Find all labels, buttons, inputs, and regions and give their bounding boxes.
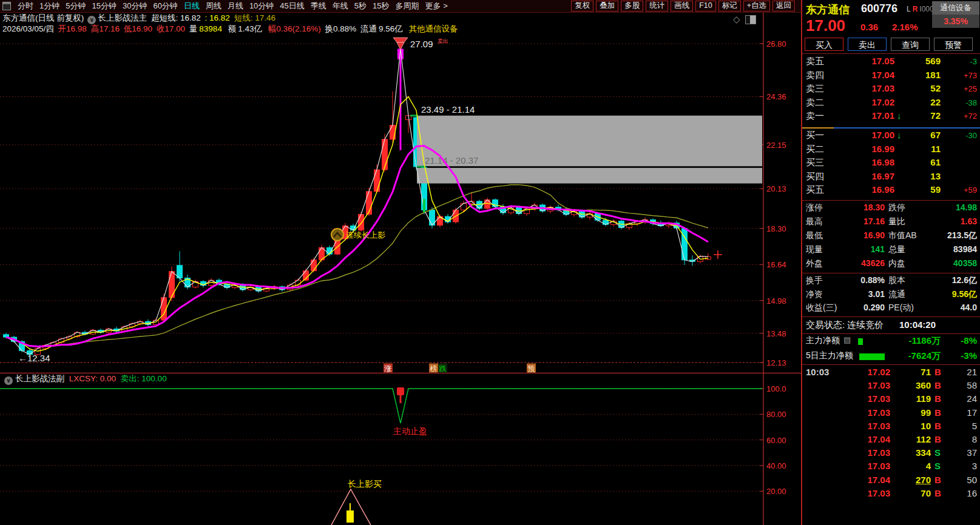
- tick-row[interactable]: 17.034S3: [802, 461, 980, 474]
- tick-row[interactable]: 17.04112B8: [802, 434, 980, 447]
- ask-row-1[interactable]: 卖一17.01↓72+72: [802, 110, 980, 124]
- tick-direction: B: [934, 407, 941, 418]
- main-chart-canvas[interactable]: 26.8024.3622.1520.1318.3016.6414.9813.48…: [0, 0, 801, 525]
- tick-row[interactable]: 17.0399B17: [802, 407, 980, 421]
- period-tab-分时[interactable]: 分时: [18, 1, 33, 12]
- stat-value: 1.63: [961, 216, 977, 226]
- bid-row-2[interactable]: 买二16.9911: [802, 144, 980, 157]
- tick-volume: 270: [916, 475, 931, 485]
- period-tab-日线[interactable]: 日线: [184, 1, 200, 12]
- stat-row: 最低16.90市值AB213.5亿: [802, 230, 980, 244]
- period-tab-5分钟[interactable]: 5分钟: [66, 1, 86, 12]
- stat-row: 换手0.88%股本12.6亿: [802, 275, 980, 289]
- bid-row-4[interactable]: 买四16.9713: [802, 171, 980, 184]
- period-tab-月线[interactable]: 月线: [228, 1, 243, 12]
- sector-label[interactable]: 其他通信设备: [409, 24, 458, 33]
- tick-volume: 71: [921, 367, 931, 377]
- sector-badge[interactable]: 通信设备 3.35%: [932, 1, 979, 28]
- tick-row[interactable]: 17.0310B5: [802, 421, 980, 434]
- period-tab-60分钟[interactable]: 60分钟: [153, 1, 177, 12]
- period-tab-周线[interactable]: 周线: [206, 1, 221, 12]
- level-price: 16.97: [871, 171, 894, 181]
- tick-row[interactable]: 10:0317.0271B21: [802, 367, 980, 380]
- panel-button-查询[interactable]: 查询: [891, 38, 930, 51]
- stat-row: 涨停18.30跌停14.98: [802, 202, 980, 216]
- level-delta: +59: [964, 186, 977, 195]
- net-pct: -3%: [961, 350, 977, 361]
- y-axis-label: 24.36: [766, 92, 786, 101]
- tick-count: 58: [967, 380, 977, 390]
- tool-button-叠加[interactable]: 叠加: [596, 1, 618, 12]
- chevron-down-icon[interactable]: ∨: [4, 376, 13, 385]
- level-price: 17.04: [871, 70, 894, 80]
- tick-row[interactable]: 17.04270B50: [802, 475, 980, 488]
- period-tab-30分钟[interactable]: 30分钟: [123, 1, 147, 12]
- tick-direction: S: [934, 461, 941, 471]
- ask-row-2[interactable]: 卖二17.0222-38: [802, 97, 980, 110]
- tick-row[interactable]: 17.03119B24: [802, 393, 980, 407]
- level-price: 17.05: [871, 56, 894, 66]
- stock-name[interactable]: 东方通信: [806, 2, 850, 17]
- period-tab-季线[interactable]: 季线: [311, 1, 326, 12]
- tick-row[interactable]: 17.03334S37: [802, 447, 980, 461]
- chart-corner-icons: ◇: [733, 14, 756, 25]
- list-icon[interactable]: ▤: [843, 335, 851, 344]
- stat-label: 跌停: [888, 202, 905, 213]
- period-tab-45日线[interactable]: 45日线: [280, 1, 304, 12]
- period-tab-年线[interactable]: 年线: [333, 1, 348, 12]
- bid-row-1[interactable]: 买一17.00↓67-30: [802, 130, 980, 143]
- split-pane-icon[interactable]: [745, 15, 756, 24]
- tool-button-+自选[interactable]: +自选: [743, 1, 770, 12]
- sector-badge-name: 通信设备: [932, 1, 979, 15]
- period-tab-15分钟[interactable]: 15分钟: [92, 1, 116, 12]
- y-axis-label: 26.80: [766, 39, 786, 48]
- tick-row[interactable]: 17.0370B16: [802, 488, 980, 501]
- amount-value: 1.43亿: [238, 24, 262, 33]
- tool-button-返回[interactable]: 返回: [772, 1, 795, 12]
- volume-value: 83984: [199, 24, 222, 33]
- bid-row-5[interactable]: 买五16.9659+59: [802, 184, 980, 198]
- tick-count: 8: [972, 434, 977, 444]
- stat-value: 43626: [861, 258, 885, 268]
- tick-row[interactable]: 17.03360B58: [802, 380, 980, 393]
- net-pct: -8%: [961, 335, 977, 346]
- stat-value: 18.30: [863, 202, 885, 212]
- period-tab-多周期[interactable]: 多周期: [396, 1, 419, 12]
- period-tab-1分钟[interactable]: 1分钟: [39, 1, 59, 12]
- stat-row: 现量141总量83984: [802, 244, 980, 258]
- tool-button-复权[interactable]: 复权: [571, 1, 593, 12]
- ask-row-4[interactable]: 卖四17.04181+73: [802, 70, 980, 83]
- level-delta: +72: [964, 112, 977, 121]
- tool-button-标记[interactable]: 标记: [718, 1, 741, 12]
- period-tab-5秒[interactable]: 5秒: [354, 1, 367, 12]
- sub-signal-line: [0, 389, 762, 423]
- bid-row-3[interactable]: 买三16.9861: [802, 157, 980, 170]
- sub-y-axis-label: 100.0: [766, 384, 786, 393]
- gold-coin-icon: [331, 229, 343, 241]
- panel-button-卖出[interactable]: 卖出: [848, 38, 887, 51]
- period-tab-10分钟[interactable]: 10分钟: [249, 1, 274, 12]
- panel-button-买入[interactable]: 买入: [805, 38, 843, 51]
- tool-button-F10[interactable]: F10: [695, 1, 716, 12]
- tool-button-统计[interactable]: 统计: [646, 1, 668, 12]
- chevron-down-icon[interactable]: ∨: [87, 16, 96, 24]
- stat-row: 外盘43626内盘40358: [802, 258, 980, 272]
- period-tab-15秒[interactable]: 15秒: [373, 1, 389, 12]
- window-icon[interactable]: [2, 2, 11, 10]
- tool-button-画线[interactable]: 画线: [671, 1, 693, 12]
- ask-row-3[interactable]: 卖三17.0352+25: [802, 83, 980, 96]
- panel-button-预警[interactable]: 预警: [934, 38, 973, 51]
- y-axis-label: 12.13: [766, 358, 786, 367]
- tool-button-多股[interactable]: 多股: [621, 1, 643, 12]
- tick-volume: 334: [916, 447, 931, 458]
- stat-label: 涨停: [806, 202, 823, 213]
- ma-white: [6, 49, 708, 355]
- level-volume: 11: [931, 144, 941, 154]
- diamond-icon[interactable]: ◇: [733, 14, 740, 25]
- stat-label: 最高: [806, 216, 823, 227]
- ask-row-5[interactable]: 卖五17.05569-3: [802, 56, 980, 69]
- trade-status-label: 交易状态: 连续竞价: [806, 319, 884, 331]
- net-bar: [859, 353, 885, 360]
- tick-direction: B: [934, 393, 941, 404]
- period-tab-更多 >[interactable]: 更多 >: [425, 1, 448, 12]
